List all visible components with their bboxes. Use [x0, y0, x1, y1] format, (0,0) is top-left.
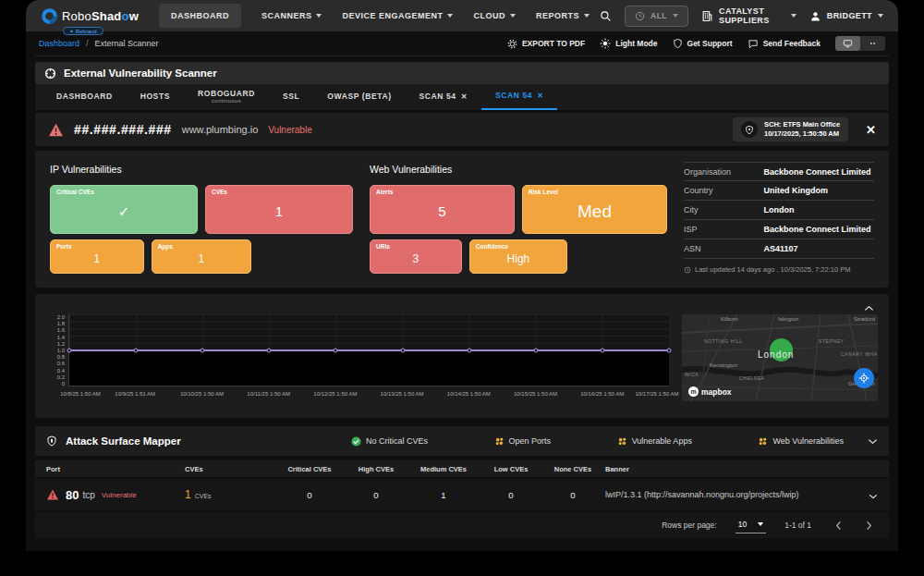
- low-cves-value: 0: [481, 490, 541, 500]
- caret-down-icon: [447, 14, 453, 18]
- map-label: CHELSEA: [739, 375, 765, 382]
- rows-per-page-select[interactable]: 10: [736, 518, 766, 533]
- page-title: External Vulnerability Scanner: [64, 67, 217, 79]
- more-options-button[interactable]: [860, 36, 885, 51]
- web-vulnerabilities-badge: Web Vulnerabilities: [758, 436, 844, 447]
- warning-icon: [48, 123, 64, 137]
- tab-roboguard[interactable]: ROBOGUARDcontinuous: [184, 84, 269, 110]
- light-mode-toggle[interactable]: Light Mode: [600, 38, 657, 49]
- section-title: Web Vulnerabilities: [370, 164, 667, 175]
- organisation-menu[interactable]: CATALYST SUPPLIERS: [701, 6, 796, 25]
- chevron-down-icon[interactable]: [868, 438, 878, 445]
- close-icon[interactable]: ✕: [866, 123, 876, 137]
- close-tab-icon[interactable]: ✕: [537, 92, 543, 101]
- chevron-right-icon[interactable]: [866, 521, 872, 531]
- view-mode-switch: [835, 36, 885, 51]
- tab-scan-54-active[interactable]: SCAN 54✕: [481, 84, 557, 110]
- chevron-left-icon[interactable]: [835, 521, 842, 531]
- table-pagination: Rows per page: 10 1-1 of 1: [35, 512, 889, 538]
- web-vulnerabilities-section: Web Vulnerabilities Alerts 5 Risk Level …: [370, 160, 667, 280]
- chevron-down-icon[interactable]: [869, 486, 878, 503]
- nav-device-engagement[interactable]: DEVICE ENGAGEMENT: [342, 11, 453, 20]
- detail-row-country: CountryUnited Kingdom: [684, 181, 874, 201]
- map-label: Islington: [778, 316, 798, 322]
- nav-scanners[interactable]: SCANNERS: [261, 11, 322, 20]
- none-cves-value: 0: [541, 490, 605, 500]
- search-icon[interactable]: [600, 10, 612, 22]
- breadcrumb-dashboard-link[interactable]: Dashboard: [39, 39, 79, 48]
- tab-dashboard[interactable]: DASHBOARD: [43, 84, 127, 110]
- ports-cluster-icon: [494, 436, 505, 447]
- nav-cloud[interactable]: CLOUD: [473, 11, 516, 20]
- medium-cves-value: 1: [406, 490, 481, 500]
- sun-icon: [600, 38, 611, 49]
- ports-card[interactable]: Ports 1: [50, 239, 144, 274]
- chart-x-axis: 10/8/25 1:50 AM 10/9/25 1:51 AM 10/10/25…: [68, 391, 669, 402]
- roboshadow-ring-icon: [41, 7, 58, 25]
- chart-point: [600, 348, 604, 352]
- chart-y-axis: 2.01.81.61.41.21.00.80.60.40.20: [46, 314, 68, 386]
- detail-row-organisation: OrganisationBackbone Connect Limited: [684, 162, 874, 181]
- target-summary-row: ##.###.###.### www.plumbing.io Vulnerabl…: [35, 113, 889, 146]
- user-menu[interactable]: BRIDGETT: [809, 10, 883, 22]
- export-pdf-icon: [507, 39, 517, 49]
- scan-label: SCH: ETFS Main Office: [764, 120, 840, 129]
- breadcrumb: Dashboard / External Scanner: [39, 39, 159, 48]
- chart-point: [267, 348, 272, 352]
- desktop-view-button[interactable]: [835, 36, 860, 51]
- close-tab-icon[interactable]: ✕: [461, 93, 468, 102]
- attack-surface-title: Attack Surface Mapper: [66, 435, 181, 447]
- nav-reports[interactable]: REPORTS: [536, 11, 590, 20]
- send-feedback-button[interactable]: Send Feedback: [748, 39, 821, 49]
- tab-ssl[interactable]: SSL: [269, 84, 313, 110]
- brand-logo[interactable]: RoboShadow ✦ Rebrand: [41, 7, 139, 25]
- chart-point: [467, 348, 471, 352]
- tab-scan-54[interactable]: SCAN 54✕: [406, 84, 481, 110]
- uris-card[interactable]: URIs 3: [370, 239, 462, 274]
- caret-down-icon: [791, 14, 796, 18]
- mapbox-logo[interactable]: m mapbox: [688, 386, 732, 397]
- rows-per-page-label: Rows per page:: [662, 521, 717, 530]
- history-filter-button[interactable]: ALL: [625, 6, 688, 27]
- history-chart-panel: 2.01.81.61.41.21.00.80.60.40.20: [35, 294, 889, 418]
- scan-schedule-badge[interactable]: SCH: ETFS Main Office 10/17/2025, 1:50:5…: [733, 117, 848, 141]
- more-icon: [868, 39, 878, 48]
- chart-point: [67, 348, 72, 352]
- caret-down-icon: [673, 14, 678, 18]
- map-label: London: [758, 349, 794, 360]
- confidence-card[interactable]: Confidence High: [469, 239, 567, 274]
- chart-point: [201, 348, 205, 352]
- caret-down-icon: [758, 522, 763, 526]
- nav-dashboard[interactable]: DASHBOARD: [159, 4, 241, 28]
- tab-owasp[interactable]: OWASP (BETA): [313, 84, 405, 110]
- vulnerability-summary-panel: IP Vulnerabilities Critical CVEs ✓ CVEs …: [35, 151, 889, 288]
- cves-card[interactable]: CVEs 1: [205, 185, 353, 234]
- map-label: Kilburn: [721, 316, 738, 322]
- apps-card[interactable]: Apps 1: [152, 239, 251, 274]
- map-label: STEPNEY: [819, 338, 845, 345]
- high-cves-value: 0: [346, 490, 406, 500]
- locate-button[interactable]: [854, 368, 874, 388]
- alerts-card[interactable]: Alerts 5: [370, 185, 515, 234]
- scanner-icon: [44, 67, 56, 80]
- ports-table: Port CVEs Critical CVEs High CVEs Medium…: [35, 460, 889, 538]
- critical-cves-card[interactable]: Critical CVEs ✓: [50, 185, 198, 234]
- export-pdf-button[interactable]: EXPORT TO PDF: [507, 39, 585, 49]
- top-navbar: RoboShadow ✦ Rebrand DASHBOARD SCANNERS …: [26, 0, 898, 31]
- critical-cves-value: 0: [273, 490, 346, 500]
- get-support-button[interactable]: Get Support: [673, 38, 733, 49]
- chevron-up-icon[interactable]: [864, 299, 874, 315]
- attack-surface-icon: [46, 435, 57, 447]
- risk-level-card[interactable]: Risk Level Med: [522, 185, 667, 234]
- no-critical-cves-badge: No Critical CVEs: [351, 436, 428, 447]
- banner-value: lwIP/1.3.1 (http://savannah.nongnu.org/p…: [605, 490, 852, 499]
- host-details-table: OrganisationBackbone Connect Limited Cou…: [684, 160, 874, 280]
- table-row[interactable]: 80 tcp Vulnerable 1 CVEs 0 0 1 0 0 lwIP/…: [35, 479, 889, 510]
- cves-count: 1: [185, 488, 191, 501]
- apps-cluster-icon: [617, 436, 627, 447]
- location-map[interactable]: Kilburn Islington Stratford NOTTING HILL…: [682, 314, 878, 401]
- port-number: 80: [66, 488, 79, 502]
- tab-hosts[interactable]: HOSTS: [127, 84, 184, 110]
- map-label: Stratford: [854, 316, 875, 322]
- attack-surface-mapper-bar[interactable]: Attack Surface Mapper No Critical CVEs O…: [35, 426, 889, 456]
